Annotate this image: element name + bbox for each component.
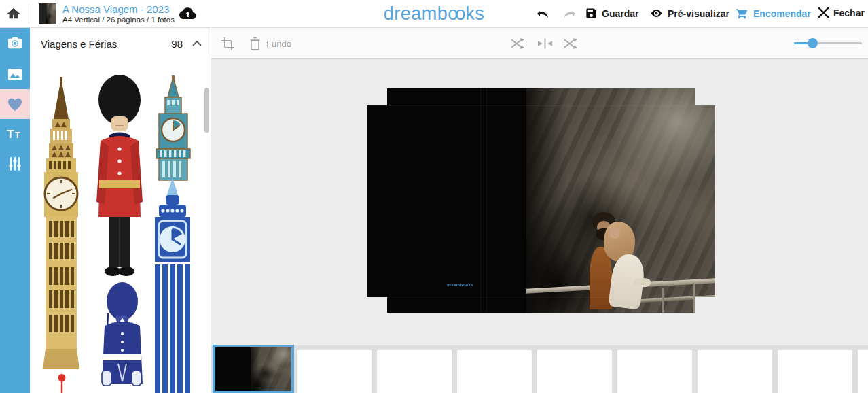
sticker-queens-guard-red[interactable] <box>88 73 151 278</box>
panel-scrollbar[interactable] <box>204 88 209 133</box>
close-icon <box>818 7 829 18</box>
text-icon: T T <box>6 127 24 141</box>
cart-icon <box>735 7 749 20</box>
panel-divider <box>211 28 211 393</box>
sidebar-item-backgrounds[interactable] <box>0 59 30 89</box>
background-label: Fundo <box>266 39 291 49</box>
undo-button[interactable] <box>535 6 551 21</box>
page-thumbnail[interactable] <box>858 350 868 393</box>
sticker-queens-guard-blue[interactable] <box>96 282 145 393</box>
camera-icon <box>7 36 22 50</box>
sliders-icon <box>8 156 22 171</box>
editor-canvas[interactable]: dreambooks <box>211 60 868 345</box>
redo-button[interactable] <box>561 6 577 21</box>
shuffle-pages-button[interactable] <box>563 37 577 50</box>
page-filmstrip <box>211 345 868 393</box>
page-thumbnail[interactable] <box>537 350 612 393</box>
app-header: A Nossa Viagem - 2023 A4 Vertical / 26 p… <box>0 0 868 28</box>
page-thumbnail[interactable] <box>778 350 852 393</box>
page-thumbnail[interactable] <box>297 350 372 393</box>
spine-guide <box>480 88 481 313</box>
page-thumbnail[interactable] <box>698 350 772 393</box>
delete-background-button[interactable]: Fundo <box>249 37 291 50</box>
swap-horizontal-button[interactable] <box>537 37 553 50</box>
trim-guide <box>367 105 715 106</box>
book-cover-spread[interactable]: dreambooks <box>367 88 715 313</box>
chevron-up-icon <box>192 40 202 46</box>
category-count: 98 <box>171 38 183 50</box>
sidebar-item-cliparts[interactable] <box>0 89 30 119</box>
save-button[interactable]: Guardar <box>585 7 638 20</box>
shuffle-button[interactable] <box>510 37 524 50</box>
svg-text:T: T <box>15 131 20 140</box>
sticker-big-ben-teal[interactable] <box>151 75 196 182</box>
sidebar-item-photos[interactable] <box>0 28 30 58</box>
order-label: Encomendar <box>753 8 811 19</box>
sticker-red-pin[interactable] <box>57 373 67 393</box>
image-icon <box>7 68 22 81</box>
dreambooks-editor: A Nossa Viagem - 2023 A4 Vertical / 26 p… <box>0 0 868 393</box>
save-label: Guardar <box>602 8 638 19</box>
close-button[interactable]: Fechar <box>818 7 865 18</box>
tools-sidebar: T T <box>0 28 30 393</box>
category-label: Viagens e Férias <box>41 38 117 50</box>
redo-icon <box>561 6 577 21</box>
sidebar-item-text[interactable]: T T <box>0 119 30 149</box>
cover-photo[interactable] <box>526 88 715 313</box>
trash-icon <box>249 37 261 50</box>
page-thumbnail-cover-selected[interactable] <box>213 345 294 393</box>
page-thumbnail[interactable] <box>377 350 452 393</box>
trim-guide <box>367 297 715 298</box>
swap-horizontal-icon <box>537 37 553 50</box>
heart-icon <box>7 97 23 112</box>
save-icon <box>585 7 598 20</box>
spine-guide <box>486 88 487 313</box>
zoom-slider-thumb[interactable] <box>808 38 818 48</box>
zoom-slider[interactable] <box>794 42 862 44</box>
shuffle-icon <box>563 37 577 50</box>
close-label: Fechar <box>833 7 865 18</box>
crop-icon <box>221 37 234 50</box>
crop-button[interactable] <box>221 37 234 50</box>
preview-label: Pré-visualizar <box>668 8 729 19</box>
category-header[interactable]: Viagens e Férias 98 <box>30 28 211 61</box>
order-button[interactable]: Encomendar <box>735 7 811 20</box>
preview-button[interactable]: Pré-visualizar <box>649 7 729 20</box>
page-thumbnail[interactable] <box>617 350 692 393</box>
book-back-logo: dreambooks <box>447 283 473 287</box>
sidebar-item-settings[interactable] <box>0 149 30 179</box>
sticker-big-ben-gold[interactable] <box>39 77 84 373</box>
eye-icon <box>649 7 664 20</box>
svg-text:T: T <box>7 128 14 141</box>
canvas-toolbar: Fundo <box>211 28 868 59</box>
shuffle-icon <box>510 37 524 50</box>
undo-icon <box>535 6 551 21</box>
page-thumbnail[interactable] <box>457 350 532 393</box>
sticker-clock-tower-blue[interactable] <box>148 177 197 393</box>
cliparts-panel: Viagens e Férias 98 <box>30 28 211 393</box>
